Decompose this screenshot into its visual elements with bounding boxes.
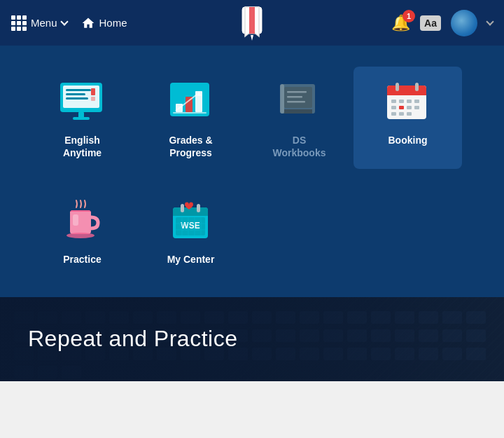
bottom-text: Repeat and Practice xyxy=(0,326,237,352)
menu-chevron-icon xyxy=(60,18,68,25)
menu-row-2: Practice WSE xyxy=(28,186,476,275)
svg-rect-9 xyxy=(73,117,90,120)
svg-rect-6 xyxy=(66,93,85,95)
home-icon xyxy=(81,16,95,30)
practice-icon-wrap xyxy=(55,196,111,245)
my-center-icon-wrap: WSE xyxy=(163,196,219,245)
profile-chevron-icon[interactable] xyxy=(486,18,493,25)
english-anytime-icon-wrap xyxy=(55,76,111,125)
menu-item-booking[interactable]: Booking xyxy=(354,67,462,169)
svg-rect-25 xyxy=(284,109,312,114)
booking-label: Booking xyxy=(388,134,428,146)
svg-rect-48 xyxy=(197,204,200,212)
practice-label: Practice xyxy=(63,253,101,266)
nav-right: 🔔 1 Aa xyxy=(391,10,493,36)
avatar-image xyxy=(451,10,477,36)
svg-rect-21 xyxy=(280,84,284,114)
grid-icon xyxy=(11,15,27,31)
svg-rect-31 xyxy=(391,100,396,103)
home-label: Home xyxy=(99,17,127,29)
avatar[interactable] xyxy=(451,10,477,36)
svg-rect-29 xyxy=(396,83,399,91)
logo-icon xyxy=(239,6,265,41)
svg-rect-24 xyxy=(287,101,305,103)
dropdown-panel: EnglishAnytime Grades &Pr xyxy=(0,46,504,297)
font-size-button[interactable]: Aa xyxy=(420,15,441,31)
svg-rect-36 xyxy=(399,106,404,109)
my-center-icon: WSE xyxy=(163,198,219,243)
bottom-section: Repeat and Practice xyxy=(0,297,504,381)
menu-row-1: EnglishAnytime Grades &Pr xyxy=(28,67,476,169)
svg-rect-33 xyxy=(407,100,412,103)
svg-rect-8 xyxy=(78,112,84,118)
ds-workbooks-icon-wrap xyxy=(272,76,328,125)
svg-rect-34 xyxy=(414,100,419,103)
menu-label: Menu xyxy=(31,17,57,29)
svg-rect-23 xyxy=(287,96,302,98)
practice-icon xyxy=(55,198,111,243)
grades-progress-label: Grades &Progress xyxy=(169,134,212,159)
svg-rect-22 xyxy=(287,91,307,93)
menu-item-practice[interactable]: Practice xyxy=(28,186,136,275)
booking-icon-wrap xyxy=(380,76,436,125)
svg-rect-35 xyxy=(391,106,396,109)
svg-rect-32 xyxy=(399,100,404,103)
notification-bell[interactable]: 🔔 1 xyxy=(391,14,410,32)
svg-point-42 xyxy=(66,233,94,238)
ds-workbooks-label: DSWorkbooks xyxy=(273,134,326,159)
navbar: Menu Home 🔔 1 Aa xyxy=(0,0,504,46)
menu-item-grades-progress[interactable]: Grades &Progress xyxy=(136,67,245,169)
svg-rect-41 xyxy=(407,112,412,116)
svg-rect-28 xyxy=(387,91,426,95)
ds-workbooks-icon xyxy=(272,78,328,124)
menu-item-my-center[interactable]: WSE My Center xyxy=(136,186,245,275)
home-button[interactable]: Home xyxy=(81,16,127,30)
svg-rect-11 xyxy=(91,97,95,101)
svg-rect-16 xyxy=(173,112,206,114)
svg-text:WSE: WSE xyxy=(181,221,200,231)
english-anytime-label: EnglishAnytime xyxy=(63,134,102,159)
menu-button[interactable]: Menu xyxy=(11,15,67,31)
grades-progress-icon xyxy=(163,78,219,124)
svg-rect-43 xyxy=(73,214,78,226)
svg-rect-2 xyxy=(249,7,255,34)
notification-badge: 1 xyxy=(402,10,415,22)
menu-item-english-anytime[interactable]: EnglishAnytime xyxy=(28,67,136,169)
svg-rect-10 xyxy=(91,88,95,95)
svg-rect-38 xyxy=(414,106,419,109)
svg-rect-5 xyxy=(66,89,91,91)
nav-left: Menu Home xyxy=(11,15,127,31)
svg-rect-30 xyxy=(415,83,419,91)
my-center-label: My Center xyxy=(167,253,215,266)
svg-rect-47 xyxy=(181,204,184,212)
svg-rect-39 xyxy=(391,112,396,116)
svg-rect-37 xyxy=(407,106,412,109)
english-anytime-icon xyxy=(55,78,111,124)
svg-rect-7 xyxy=(66,97,88,100)
grades-progress-icon-wrap xyxy=(163,76,219,125)
booking-icon xyxy=(380,78,436,124)
svg-rect-40 xyxy=(399,112,404,116)
logo xyxy=(239,6,265,41)
svg-rect-46 xyxy=(173,212,208,216)
menu-item-ds-workbooks[interactable]: DSWorkbooks xyxy=(245,67,354,169)
